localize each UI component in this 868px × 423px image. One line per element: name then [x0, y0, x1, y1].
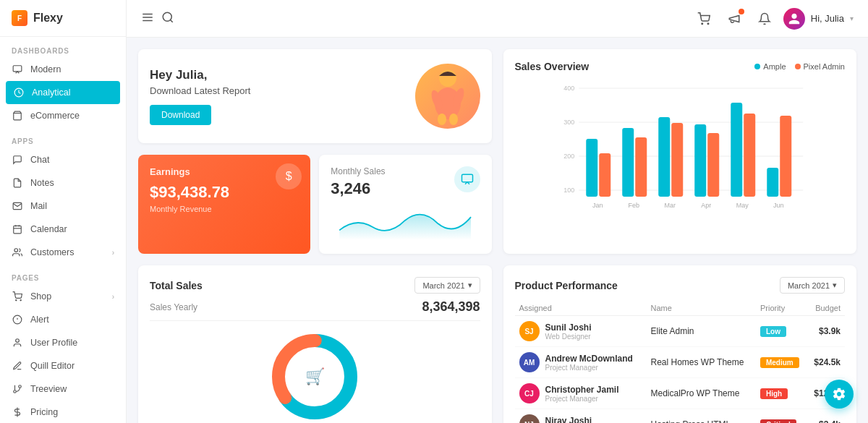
sidebar-item-quill-editor[interactable]: Quill Editor	[0, 354, 126, 377]
logo-text: Flexy	[33, 12, 63, 25]
donut-chart: 🛒	[150, 330, 480, 423]
person-name: Nirav Joshi	[545, 416, 605, 424]
svg-rect-47	[731, 103, 742, 197]
download-button[interactable]: Download	[150, 105, 211, 125]
user-icon	[12, 337, 23, 349]
svg-point-8	[16, 300, 17, 301]
priority-cell: Critical	[756, 409, 807, 424]
dashboards-label: DASHBOARDS	[0, 37, 126, 58]
product-dropdown[interactable]: March 2021 ▾	[780, 277, 845, 294]
svg-text:Jun: Jun	[773, 202, 783, 209]
svg-text:Jan: Jan	[592, 202, 603, 209]
dollar-icon: $	[276, 163, 302, 189]
sidebar-item-label: Shop	[30, 291, 51, 302]
yearly-label: Sales Yearly	[150, 302, 197, 312]
calendar-icon	[12, 223, 23, 235]
svg-rect-39	[586, 139, 597, 197]
monthly-value: 3,246	[331, 179, 385, 198]
chevron-down-icon: ▾	[833, 281, 837, 290]
sidebar-item-modern[interactable]: Modern	[0, 58, 126, 81]
welcome-text: Hey Julia, Download Latest Report Downlo…	[150, 68, 250, 125]
person-name: Christopher Jamil	[545, 385, 619, 395]
sidebar-item-customers[interactable]: Customers ›	[0, 241, 126, 264]
legend-label-ample: Ample	[763, 62, 786, 71]
sidebar-item-calendar[interactable]: Calendar	[0, 218, 126, 241]
menu-icon[interactable]	[141, 11, 154, 27]
svg-point-21	[163, 12, 171, 21]
sidebar-item-label: Chat	[30, 155, 49, 165]
sidebar-item-alert[interactable]: Alert	[0, 308, 126, 331]
earnings-card: Earnings $ $93,438.78 Monthly Revenue	[138, 155, 310, 254]
pricing-icon	[12, 406, 23, 418]
svg-point-15	[19, 385, 22, 388]
legend-pixel: Pixel Admin	[795, 62, 845, 71]
shopping-icon	[12, 291, 23, 302]
sidebar-item-notes[interactable]: Notes	[0, 171, 126, 195]
col-budget: Budget	[807, 301, 845, 316]
sidebar-item-mail[interactable]: Mail	[0, 195, 126, 218]
wave-chart	[331, 204, 480, 240]
sidebar-item-shop[interactable]: Shop ›	[0, 285, 126, 308]
sidebar-item-pricing[interactable]: Pricing	[0, 401, 126, 423]
tree-icon	[12, 383, 23, 395]
total-sales-header: Total Sales March 2021 ▾	[150, 277, 480, 294]
person-name: Sunil Joshi	[545, 322, 592, 333]
avatar: SJ	[519, 321, 540, 341]
svg-text:🛒: 🛒	[305, 367, 326, 386]
sidebar-item-analytical[interactable]: Analytical	[6, 81, 120, 104]
svg-point-30	[449, 114, 458, 125]
svg-rect-49	[767, 168, 778, 197]
product-name: Elite Admin	[646, 316, 755, 347]
yearly-value: 8,364,398	[422, 299, 480, 315]
sidebar-item-chat[interactable]: Chat	[0, 148, 126, 171]
yearly-row: Sales Yearly 8,364,398	[150, 299, 480, 321]
mail-icon	[12, 200, 23, 212]
table-row: CJ Christopher Jamil Project Manager Med…	[515, 378, 846, 409]
svg-rect-3	[14, 226, 22, 234]
svg-rect-40	[599, 153, 610, 197]
chart-legend: Ample Pixel Admin	[754, 62, 845, 71]
svg-point-29	[438, 114, 446, 125]
avatar: AM	[519, 352, 540, 372]
svg-point-23	[702, 23, 703, 25]
alert-icon	[12, 314, 23, 325]
shop-icon	[12, 110, 23, 121]
sidebar-item-ecommerce[interactable]: eCommerce	[0, 104, 126, 127]
sidebar-item-treeview[interactable]: Treeview	[0, 377, 126, 401]
total-sales-dropdown[interactable]: March 2021 ▾	[414, 277, 480, 294]
table-row: SJ Sunil Joshi Web Designer Elite Admin …	[515, 316, 846, 347]
search-icon[interactable]	[161, 11, 174, 27]
clock-icon	[13, 87, 25, 98]
welcome-subtitle: Download Latest Report	[150, 85, 250, 96]
megaphone-icon[interactable]	[723, 7, 746, 30]
legend-label-pixel: Pixel Admin	[804, 62, 845, 71]
fab-settings[interactable]	[825, 380, 854, 409]
content-area: Hey Julia, Download Latest Report Downlo…	[127, 38, 868, 423]
svg-rect-43	[658, 117, 670, 197]
bell-icon[interactable]	[753, 7, 776, 30]
person-name: Andrew McDownland	[545, 354, 633, 364]
svg-text:May: May	[736, 202, 749, 209]
svg-rect-57	[461, 174, 472, 182]
product-name: Hosting Press HTML	[646, 409, 755, 424]
sales-overview-title: Sales Overview	[515, 61, 590, 72]
edit-icon	[12, 360, 23, 372]
sidebar-item-label: eCommerce	[30, 111, 80, 121]
logo: F Flexy	[0, 0, 126, 37]
svg-point-24	[707, 23, 709, 25]
avatar: NJ	[519, 414, 540, 423]
topbar: Hi, Julia ▾	[127, 0, 868, 38]
sidebar-item-user-profile[interactable]: User Profile	[0, 331, 126, 354]
cart-icon[interactable]	[692, 7, 715, 30]
priority-cell: High	[756, 378, 807, 409]
svg-text:100: 100	[563, 187, 574, 194]
user-greeting: Hi, Julia	[811, 13, 844, 24]
monthly-sales-card: Monthly Sales 3,246	[319, 155, 491, 254]
notes-icon	[12, 177, 23, 189]
user-section[interactable]: Hi, Julia ▾	[783, 8, 854, 30]
svg-point-13	[16, 339, 20, 343]
notification-badge	[739, 9, 744, 14]
sidebar-item-label: Quill Editor	[30, 361, 75, 371]
welcome-card: Hey Julia, Download Latest Report Downlo…	[138, 49, 492, 143]
svg-point-16	[14, 390, 17, 393]
